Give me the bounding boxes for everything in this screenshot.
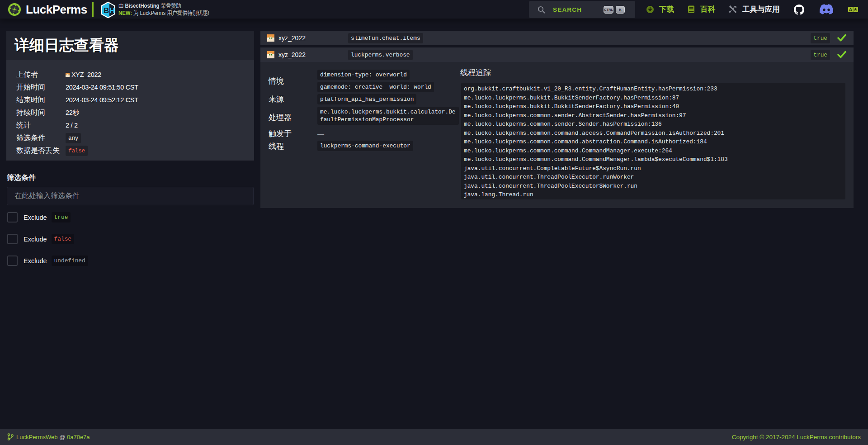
svg-text:A: A (849, 7, 852, 12)
svg-text:H: H (109, 6, 115, 15)
svg-text:B: B (104, 6, 109, 15)
